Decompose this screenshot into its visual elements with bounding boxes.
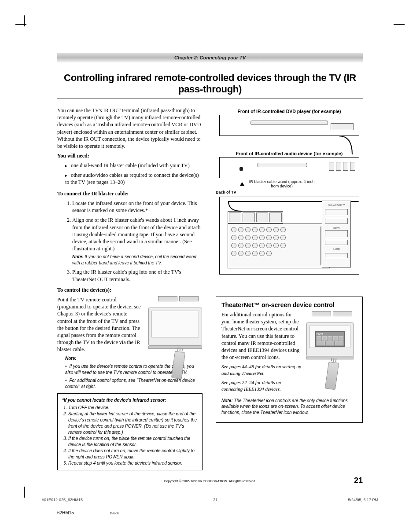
connect-step: Align one of the IR blaster cable's wand… — [72, 216, 203, 266]
theaternet-see1: See pages 44–48 for details on setting u… — [221, 363, 302, 377]
note-label: Note: — [72, 254, 84, 259]
locate-sensor-box: *If you cannot locate the device's infra… — [57, 393, 203, 470]
locate-step: If the device does not turn on, move the… — [68, 448, 198, 460]
locate-step: Starting at the lower left corner of the… — [68, 411, 198, 436]
footer-date: 5/24/05, 6:17 PM — [348, 498, 378, 502]
arrow-icon — [240, 181, 244, 187]
page-number: 21 — [354, 476, 363, 485]
connect-step: Plug the IR blaster cable's plug into on… — [72, 268, 203, 282]
audio-front-illustration — [219, 157, 359, 178]
theaternet-note: The TheaterNet icon controls are the onl… — [221, 398, 348, 415]
need-item: other audio/video cables as required to … — [65, 172, 203, 186]
copyright: Copyright © 2005 Toshiba CORPORATION. Al… — [31, 479, 389, 483]
fig-dvd-label: Front of IR-controlled DVD player (for e… — [216, 109, 363, 114]
footer-model: 62HM15 — [57, 510, 74, 515]
footer-black: Black — [111, 511, 119, 515]
osd-title: DVD — [317, 333, 343, 336]
theaternet-box: TheaterNet™ on-screen device control For… — [216, 297, 363, 423]
control-heading: To control the device(s): — [57, 286, 203, 293]
locate-step: Turn OFF the device. — [68, 405, 198, 411]
locate-step: If the device turns on, the place the re… — [68, 436, 198, 448]
footer-file: #01E012-025_62HM15 — [42, 498, 83, 502]
note-label: Note: — [65, 356, 77, 361]
connect-step: Locate the infrared sensor on the front … — [72, 200, 203, 214]
control-body: Point the TV remote control (programmed … — [57, 296, 143, 353]
chapter-bar: Chapter 2: Connecting your TV — [57, 53, 363, 62]
theaternet-body: For additional control options for your … — [221, 311, 302, 361]
tv-remote-illustration — [148, 296, 208, 379]
theaternet-illustration: DVD — [306, 311, 357, 395]
cable-curve-icon — [216, 132, 363, 159]
need-heading: You will need: — [57, 152, 203, 159]
need-item: one dual-wand IR blaster cable (included… — [65, 162, 203, 169]
theaternet-title: TheaterNet™ on-screen device control — [221, 301, 357, 308]
note-label: Note: — [221, 398, 233, 403]
back-of-tv-illustration: CableCARD™ HDMI G-LINK — [219, 197, 359, 275]
locate-step: Repeat step 4 until you locate the devic… — [68, 460, 198, 466]
note-item: For additional control options, see "The… — [65, 377, 203, 390]
connect-heading: To connect the IR blaster cable: — [57, 190, 203, 197]
footer-page: 21 — [213, 498, 217, 502]
blaster-label: IR blaster cable wand (approx. 1 inch fr… — [249, 180, 315, 189]
locate-heading: *If you cannot locate the device's infra… — [62, 398, 166, 403]
page-title: Controlling infrared remote-controlled d… — [57, 72, 363, 95]
theaternet-see2: See pages 22–24 for details on connectin… — [221, 379, 302, 392]
intro-text: You can use the TV's IR OUT terminal (in… — [57, 107, 203, 150]
connect-note: If you do not have a second device, coil… — [72, 254, 196, 265]
title-rule — [57, 99, 363, 99]
back-of-tv-label: Back of TV — [216, 191, 236, 195]
